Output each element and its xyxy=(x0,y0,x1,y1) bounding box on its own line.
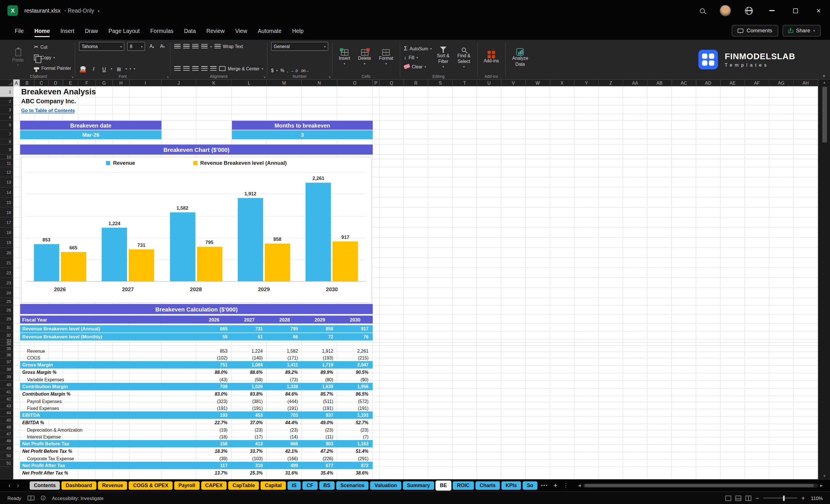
cell-value[interactable]: 1,956 xyxy=(338,384,373,389)
row-header-38[interactable]: 38 xyxy=(0,366,13,373)
table-row[interactable]: Net Profit Before Tax1564136669031,163 xyxy=(20,440,373,447)
share-button[interactable]: Share ▾ xyxy=(782,25,821,36)
row-header-1[interactable]: 1 xyxy=(0,86,13,98)
row-header-23[interactable]: 23 xyxy=(0,278,13,288)
table-row[interactable]: Net Profit After Tax117310499677872 xyxy=(20,462,373,469)
cell-value[interactable]: 2,047 xyxy=(338,362,373,368)
menu-tab-review[interactable]: Review xyxy=(201,21,230,40)
cell-value[interactable]: 156 xyxy=(196,441,232,446)
fiscal-year-2028[interactable]: 2028 xyxy=(267,317,302,322)
cell-value[interactable]: 872 xyxy=(338,463,373,468)
sheet-tab-capex[interactable]: CAPEX xyxy=(201,481,227,490)
cell-value[interactable]: 666 xyxy=(267,441,302,446)
column-header-P[interactable]: P xyxy=(373,80,380,86)
chevron-down-icon[interactable]: ▾ xyxy=(134,67,135,70)
horizontal-scrollbar[interactable]: ◂ ▸ xyxy=(578,482,823,488)
cell-value[interactable]: 13.7% xyxy=(196,470,232,476)
column-header-X[interactable]: X xyxy=(550,80,574,86)
row-header-40[interactable]: 40 xyxy=(0,381,13,389)
align-middle-icon[interactable] xyxy=(183,44,190,49)
column-header-L[interactable]: L xyxy=(232,80,267,86)
scroll-up-icon[interactable]: ▴ xyxy=(823,80,825,86)
column-header-AH[interactable]: AH xyxy=(794,80,818,86)
row-header-20[interactable]: 20 xyxy=(0,248,13,258)
increase-decimal-button[interactable]: ←.0 xyxy=(291,69,298,72)
sheet-tab-bs[interactable]: BS xyxy=(319,481,334,490)
sheet-tab-valuation[interactable]: Valuation xyxy=(371,481,401,490)
font-size-select[interactable]: 8▾ xyxy=(127,42,145,51)
cell-value[interactable]: 83.8% xyxy=(232,391,267,397)
cell-value[interactable]: 1,026 xyxy=(232,384,267,389)
chart-bar-2028[interactable] xyxy=(169,212,195,281)
cell-value[interactable]: (17) xyxy=(232,434,267,439)
row-header-41[interactable]: 41 xyxy=(0,389,13,396)
cell-value[interactable]: (140) xyxy=(232,355,267,360)
cell-value[interactable]: 35.4% xyxy=(302,470,338,476)
sort-filter-button[interactable]: Sort &Filter▾ xyxy=(435,46,452,68)
row-header-51[interactable]: 51 xyxy=(0,460,13,467)
cell-value[interactable]: (381) xyxy=(232,399,267,404)
format-cells-button[interactable]: Format▾ xyxy=(376,50,396,65)
cell-value[interactable]: 88.0% xyxy=(196,370,232,375)
cell-value[interactable]: 18.3% xyxy=(196,448,232,454)
grid-area[interactable]: Breakeven Analysis ABC Company Inc. Go t… xyxy=(13,86,818,479)
sheet-tab-contents[interactable]: Contents xyxy=(30,481,60,490)
cell-value[interactable]: (23) xyxy=(232,427,267,433)
dialog-launcher-icon[interactable]: ↘ xyxy=(71,75,74,79)
cut-button[interactable]: ✂Cut xyxy=(34,42,71,51)
row-header-24[interactable]: 24 xyxy=(0,288,13,298)
row-header-35[interactable]: 35 xyxy=(0,346,13,352)
cell-value[interactable]: 86.5% xyxy=(338,391,373,397)
cell-value[interactable]: 1,582 xyxy=(267,348,302,353)
cell-value[interactable]: 72 xyxy=(302,334,338,340)
column-header-F[interactable]: F xyxy=(78,80,96,86)
column-header-U[interactable]: U xyxy=(477,80,501,86)
chart-bar-2027[interactable] xyxy=(129,249,154,281)
column-header-K[interactable]: K xyxy=(196,80,232,86)
column-header-O[interactable]: O xyxy=(337,80,373,86)
menu-tab-automate[interactable]: Automate xyxy=(253,21,287,40)
cell-value[interactable]: (18) xyxy=(196,434,232,439)
row-header-22[interactable]: 22 xyxy=(0,268,13,278)
analyze-data-button[interactable]: AnalyzeData xyxy=(509,48,531,67)
column-header-H[interactable]: H xyxy=(113,80,130,86)
column-header-AF[interactable]: AF xyxy=(745,80,769,86)
table-row[interactable]: Revenue Breakeven level (Annual)66573179… xyxy=(20,325,373,333)
column-header-A[interactable]: A xyxy=(13,80,20,86)
row-header-18[interactable]: 18 xyxy=(0,228,13,238)
table-row[interactable]: Interest Expense(18)(17)(14)(11)(7) xyxy=(20,433,373,440)
cell-value[interactable]: (59) xyxy=(232,377,267,382)
row-header-44[interactable]: 44 xyxy=(0,409,13,417)
toc-link[interactable]: Go to Table of Contents xyxy=(21,108,75,114)
column-header-AC[interactable]: AC xyxy=(672,80,696,86)
cell-value[interactable]: 310 xyxy=(232,463,267,468)
row-header-5[interactable]: 5 xyxy=(0,121,13,130)
add-ins-button[interactable]: Add-ins xyxy=(481,51,502,64)
cell-value[interactable]: (43) xyxy=(196,377,232,382)
column-header-G[interactable]: G xyxy=(96,80,113,86)
cell-value[interactable]: 2,261 xyxy=(338,348,373,353)
cell-value[interactable]: 708 xyxy=(196,384,232,389)
cell-value[interactable]: (23) xyxy=(338,427,373,433)
cell-value[interactable]: 51.4% xyxy=(338,448,373,454)
close-button[interactable]: × xyxy=(807,0,830,21)
chart-bar-2028[interactable] xyxy=(197,247,222,281)
cell-value[interactable]: 903 xyxy=(302,441,338,446)
table-row[interactable]: Gross Margin %88.0%88.6%89.2%89.9%90.5% xyxy=(20,369,373,376)
row-header-15[interactable]: 15 xyxy=(0,197,13,208)
collapse-ribbon-icon[interactable]: ▾ xyxy=(823,74,825,78)
sheet-tab-cf[interactable]: CF xyxy=(302,481,317,490)
row-header-25[interactable]: 25 xyxy=(0,298,13,306)
decrease-font-size-button[interactable]: A▾ xyxy=(158,42,166,51)
cell-value[interactable]: (73) xyxy=(267,377,302,382)
cell-value[interactable]: (103) xyxy=(232,456,267,461)
new-sheet-button[interactable]: + xyxy=(551,481,560,490)
chevron-down-icon[interactable]: ▾ xyxy=(126,67,127,70)
row-header-31[interactable]: 31 xyxy=(0,323,13,332)
cell-value[interactable]: 1,338 xyxy=(267,384,302,389)
column-header-C[interactable]: C xyxy=(34,80,49,86)
cell-value[interactable]: 117 xyxy=(196,463,232,468)
menu-tab-file[interactable]: File xyxy=(9,21,29,40)
number-format-select[interactable]: General▾ xyxy=(271,42,328,51)
dialog-launcher-icon[interactable]: ↘ xyxy=(328,75,331,79)
